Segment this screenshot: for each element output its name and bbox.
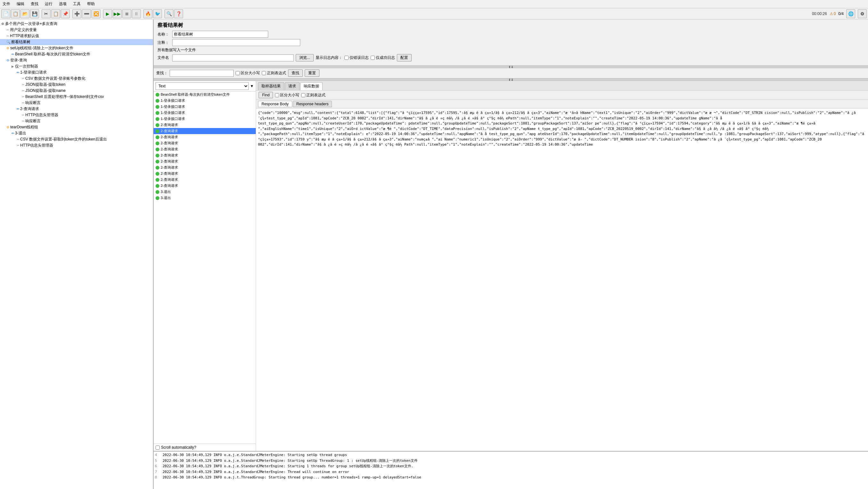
tree-item[interactable]: ✂CSV 数据文件设置-获取到token文件的token后退出 [0,136,153,143]
success-log-label[interactable]: 仅成功日志 [371,55,395,60]
tree-item[interactable]: ✂HTTP请求默认值 [0,33,153,39]
tree-item[interactable]: ✏2-查询请求 [0,106,153,112]
config-button[interactable]: 配置 [397,54,412,61]
list-item[interactable]: 1-登录接口请求 [154,104,256,110]
menu-edit[interactable]: 编辑 [16,1,26,7]
clear-button[interactable]: 🔀 [92,9,100,18]
menu-file[interactable]: 文件 [1,1,11,7]
regex-label[interactable]: 正则表达式 [262,70,286,76]
menu-tools[interactable]: 工具 [72,1,82,7]
tree-item[interactable]: ✏1-登录接口请求 [0,69,153,75]
tree-item[interactable]: ✂响应断言 [0,118,153,124]
error-log-checkbox[interactable] [344,56,348,60]
regex-checkbox[interactable] [262,71,266,75]
tab-响应数据[interactable]: 响应数据 [300,82,322,90]
list-item[interactable]: BeanShell 取样器-每次执行前清空token文件 [154,92,256,98]
search-input[interactable] [169,70,234,77]
menu-run[interactable]: 运行 [43,1,54,7]
list-item[interactable]: 2-查询请求 [154,134,256,140]
tree-item[interactable]: ✂JSON提取器-提取name [0,88,153,94]
tree-item[interactable]: ✂HTTP信息头管理器 [0,143,153,149]
scroll-handle-mid[interactable]: ⬆⬇ [154,79,868,81]
resp-tab-Response_Body[interactable]: Response Body [258,101,292,107]
detail-find-button[interactable]: Find [258,92,273,98]
tree-item[interactable]: ⚙多个用户仅一次登录+多次查询 [0,21,153,27]
list-item[interactable]: 2-查询请求 [154,122,256,128]
launch-button[interactable]: 🔥 [144,9,152,18]
list-item[interactable]: 2-查询请求 [154,158,256,164]
scroll-handle-top[interactable]: ⬆⬇ [154,66,868,68]
paste-button[interactable]: 📌 [61,9,70,18]
open-button[interactable]: 📂 [21,9,29,18]
find-button[interactable]: 查找 [288,69,303,77]
case-sensitive-label[interactable]: 区分大小写 [236,70,260,76]
launch-remote-button[interactable]: 🐦 [153,9,162,18]
success-log-checkbox[interactable] [371,56,375,60]
list-item[interactable]: 1-登录接口请求 [154,116,256,122]
comment-input[interactable] [172,39,300,46]
detail-regex-checkbox[interactable] [301,93,305,97]
scroll-checkbox-row[interactable]: Scroll automatically? [154,444,256,451]
browse-button[interactable]: 浏览... [296,54,314,61]
tree-item[interactable]: ✂CSV 数据文件设置-登录账号参数化 [0,75,153,82]
list-item[interactable]: 2-查询请求 [154,164,256,171]
list-item[interactable]: 2-查询请求 [154,146,256,152]
tree-item[interactable]: ✏BeanShell 取样器-每次执行前清空token文件 [0,51,153,57]
error-log-label[interactable]: 仅错误日志 [344,55,369,60]
search-button[interactable]: 🔍 [164,9,174,18]
detail-case-label[interactable]: 区分大小写 [275,92,299,98]
globe-button[interactable]: 🌐 [846,9,855,18]
tree-item[interactable]: ✂HTTP信息头管理器 [0,112,153,118]
new-button[interactable]: 📄 [1,9,10,18]
detail-regex-label[interactable]: 正则表达式 [301,92,326,98]
open-template-button[interactable]: 📋 [11,9,20,18]
tree-item[interactable]: ✂响应断言 [0,100,153,106]
tree-item[interactable]: ✂用户定义的变量 [0,27,153,33]
case-sensitive-checkbox[interactable] [236,71,240,75]
list-item[interactable]: 1-登录接口请求 [154,98,256,104]
resp-tab-Response_headers[interactable]: Response headers [293,101,332,107]
list-item[interactable]: 2-查询请求 [154,177,256,183]
add-button[interactable]: ➕ [72,9,81,18]
tree-item[interactable]: ✂JSON提取器-提取token [0,82,153,88]
tree-item[interactable]: ⚙tearDown线程组 [0,124,153,130]
tab-请求[interactable]: 请求 [285,82,300,90]
list-item[interactable]: 2-查询请求 [154,171,256,177]
run-remote-button[interactable]: ▶▶ [113,9,122,18]
run-button[interactable]: ▶ [103,9,112,18]
reset-button[interactable]: 重置 [305,69,319,77]
list-item[interactable]: 2-查询请求 [154,183,256,189]
cut-button[interactable]: ✂ [41,9,51,18]
item-icon: ✂ [22,119,24,123]
name-input[interactable] [172,31,268,38]
menu-options[interactable]: 选项 [58,1,68,7]
stop-remote-button[interactable]: ⏸ [132,9,141,18]
tree-item[interactable]: ✂BeanShell 后置处理程序--保存token到文件csv [0,94,153,100]
list-item[interactable]: 1-登录接口请求 [154,110,256,116]
menu-help[interactable]: 帮助 [86,1,96,7]
list-item[interactable]: 3-退出 [154,189,256,195]
list-item[interactable]: 2-查询请求 [154,152,256,158]
help-button[interactable]: ❓ [174,9,183,18]
file-input[interactable] [172,54,294,61]
scroll-auto-checkbox[interactable] [156,446,160,450]
tree-item[interactable]: 🔍察看结果树 [0,39,153,45]
tab-取样器结果[interactable]: 取样器结果 [258,82,284,90]
list-item[interactable]: 2-查询请求 [154,140,256,146]
tree-item[interactable]: ▶仅一次控制器 [0,63,153,69]
copy-button[interactable]: 📋 [51,9,60,18]
save-button[interactable]: 💾 [30,9,39,18]
remove-button[interactable]: ➖ [82,9,91,18]
tree-item[interactable]: ✏3-退出 [0,130,153,136]
list-item[interactable]: 3-退出 [154,195,256,201]
list-item[interactable]: 2-查询请求 [154,128,256,134]
sample-items[interactable]: BeanShell 取样器-每次执行前清空token文件1-登录接口请求1-登录… [154,92,256,444]
settings-button[interactable]: ⚙ [858,9,867,18]
tree-item[interactable]: ⚙登录-查询 [0,57,153,63]
tree-area[interactable]: ⚙多个用户仅一次登录+多次查询✂用户定义的变量✂HTTP请求默认值🔍察看结果树⚙… [0,20,153,489]
menu-find[interactable]: 查找 [29,1,40,7]
tree-item[interactable]: ⚙setUp线程组-清除上一次的token文件 [0,45,153,51]
text-dropdown[interactable]: Text [156,82,249,90]
detail-case-checkbox[interactable] [275,93,279,97]
stop-button[interactable]: ⏹ [122,9,131,18]
